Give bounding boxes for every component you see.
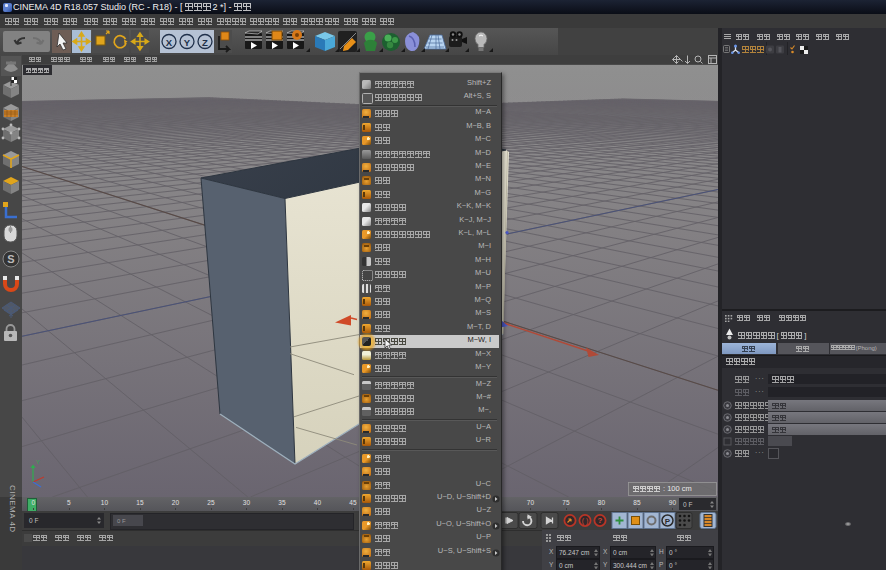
svg-text:P: P [665,517,671,526]
svg-text:?: ? [598,516,603,525]
svg-text:Y: Y [36,459,40,465]
svg-text:X: X [166,37,173,48]
svg-text:( ): ( ) [582,517,589,525]
svg-text:Y: Y [184,37,191,48]
svg-text:Z: Z [202,37,208,48]
svg-text:S: S [7,253,14,265]
